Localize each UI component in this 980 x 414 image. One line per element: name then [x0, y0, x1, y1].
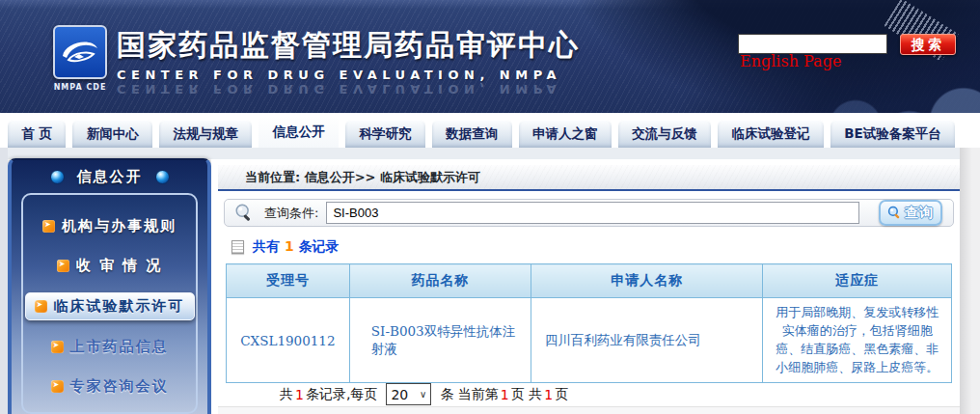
- site-header: NMPA CDE 国家药品监督管理局药品审评中心 CENTER FOR DRUG…: [0, 0, 980, 113]
- records-count: 1: [285, 238, 294, 254]
- tab-data-query[interactable]: 数据查询: [432, 120, 512, 148]
- tab-scientific-research[interactable]: 科学研究: [345, 120, 425, 148]
- column-header-acceptance-number: 受理号: [227, 264, 350, 298]
- sidebar-item-acceptance-review[interactable]: 收 审 情 况: [57, 257, 163, 275]
- site-titles: 国家药品监督管理局药品审评中心 CENTER FOR DRUG EVALUATI…: [117, 26, 580, 97]
- column-header-applicant-name: 申请人名称: [531, 264, 763, 298]
- cde-swoosh-icon: [59, 33, 101, 71]
- tab-applicant-window[interactable]: 申请人之窗: [519, 120, 612, 148]
- sidebar-title: 信息公开: [77, 168, 143, 186]
- page-size-select[interactable]: 20 ∨: [386, 383, 431, 405]
- rss-arrow-icon: [57, 260, 69, 272]
- pagination-text: 共: [280, 386, 293, 403]
- column-header-indication: 适应症: [763, 264, 952, 298]
- tab-news[interactable]: 新闻中心: [72, 120, 152, 148]
- cell-applicant-name: 四川百利药业有限责任公司: [531, 298, 763, 383]
- query-condition-label: 查询条件:: [264, 205, 318, 222]
- content-region: 信息公开 机构与办事规则 收 审 情 况 临床试验默示许可 上市药品信息: [0, 159, 980, 414]
- sidebar-item-label: 机构与办事规则: [62, 217, 177, 235]
- sidebar-menu-panel: 机构与办事规则 收 审 情 况 临床试验默示许可 上市药品信息 专家咨询会议: [21, 193, 198, 414]
- records-suffix: 条记录: [299, 238, 340, 254]
- rss-arrow-icon: [51, 341, 64, 353]
- header-search-button[interactable]: 搜索: [900, 34, 956, 55]
- sidebar-item-label: 专家咨询会议: [70, 377, 169, 396]
- pagination-current-page: 1: [501, 387, 509, 402]
- english-page-link[interactable]: English Page: [740, 52, 841, 70]
- sidebar-item-label: 收 审 情 况: [76, 257, 163, 275]
- query-button-label: 查询: [905, 205, 934, 222]
- pagination-text: 条记录,每页: [306, 386, 377, 403]
- tab-communication-feedback[interactable]: 交流与反馈: [618, 120, 711, 148]
- sidebar-item-marketed-drug-info[interactable]: 上市药品信息: [51, 338, 169, 356]
- sidebar-item-label: 临床试验默示许可: [54, 297, 185, 316]
- sidebar-item-clinical-trial-implied-license[interactable]: 临床试验默示许可: [25, 292, 195, 320]
- query-submit-button[interactable]: 查询: [879, 200, 942, 226]
- right-page-margin: [960, 148, 980, 414]
- records-summary: 共有 1 条记录: [231, 238, 960, 256]
- tab-information-disclosure[interactable]: 信息公开: [259, 116, 339, 148]
- site-title-en: CENTER FOR DRUG EVALUATION, NMPA: [117, 68, 580, 82]
- sidebar-item-institutions-rules[interactable]: 机构与办事规则: [42, 217, 177, 235]
- tab-regulations[interactable]: 法规与规章: [159, 120, 252, 148]
- magnifier-icon: [233, 203, 255, 224]
- results-table: 受理号 药品名称 申请人名称 适应症 CXSL1900112 SI-B003双特…: [226, 263, 952, 383]
- list-grid-icon: [231, 240, 244, 254]
- site-title-cn: 国家药品监督管理局药品审评中心: [117, 26, 580, 66]
- pagination-total-records: 1: [295, 387, 304, 402]
- left-page-margin: [0, 148, 8, 414]
- table-row: CXSL1900112 SI-B003双特异性抗体注射液 四川百利药业有限责任公…: [227, 298, 952, 383]
- pagination-bar: 共 1 条记录,每页 20 ∨ 条 当前第 1 页 共 1 页: [278, 383, 960, 405]
- pagination-text: 页 共: [511, 386, 542, 403]
- nmpa-cde-logo[interactable]: [53, 25, 107, 79]
- cell-acceptance-number: CXSL1900112: [227, 298, 350, 383]
- rss-arrow-icon: [51, 380, 64, 393]
- tab-clinical-trial-registration[interactable]: 临床试验登记: [718, 120, 824, 148]
- magnifier-icon: [887, 206, 902, 220]
- rss-arrow-icon: [42, 220, 55, 233]
- sidebar-item-label: 上市药品信息: [70, 338, 169, 356]
- orb-icon: [50, 170, 65, 184]
- records-prefix: 共有: [253, 238, 280, 254]
- pagination-text: 页: [555, 386, 568, 403]
- page-size-value: 20: [391, 387, 408, 402]
- orb-icon: [155, 170, 170, 184]
- bottom-strip: [218, 406, 960, 414]
- site-title-en-reflection: CENTER FOR DRUG EVALUATION, NMPA: [117, 82, 580, 97]
- sidebar-header: 信息公开: [12, 160, 207, 193]
- sidebar-item-expert-advisory-meeting[interactable]: 专家咨询会议: [51, 377, 169, 396]
- header-search-input[interactable]: [738, 34, 887, 54]
- rss-arrow-icon: [35, 300, 47, 313]
- query-condition-input[interactable]: [326, 202, 859, 224]
- cell-drug-name: SI-B003双特异性抗体注射液: [349, 298, 531, 383]
- pagination-text: 条 当前第: [440, 386, 498, 403]
- sidebar-information-disclosure: 信息公开 机构与办事规则 收 审 情 况 临床试验默示许可 上市药品信息: [8, 158, 211, 414]
- tab-be-trial-platform[interactable]: BE试验备案平台: [830, 120, 955, 148]
- chevron-down-icon: ∨: [420, 389, 426, 400]
- column-header-drug-name: 药品名称: [349, 264, 531, 298]
- tab-home[interactable]: 首 页: [8, 120, 66, 148]
- pagination-total-pages: 1: [544, 387, 553, 402]
- query-bar: 查询条件: 查询: [224, 199, 954, 227]
- primary-navbar: 首 页 新闻中心 法规与规章 信息公开 科学研究 数据查询 申请人之窗 交流与反…: [0, 113, 980, 148]
- main-panel: 当前位置: 信息公开>> 临床试验默示许可 查询条件: 查询 共有: [211, 159, 960, 414]
- breadcrumb: 当前位置: 信息公开>> 临床试验默示许可: [218, 165, 960, 191]
- cell-indication: 用于局部晚期、复发或转移性实体瘤的治疗，包括肾细胞癌、结直肠癌、黑色素瘤、非小细…: [763, 298, 952, 383]
- logo-caption: NMPA CDE: [44, 83, 116, 92]
- table-header-row: 受理号 药品名称 申请人名称 适应症: [227, 264, 952, 298]
